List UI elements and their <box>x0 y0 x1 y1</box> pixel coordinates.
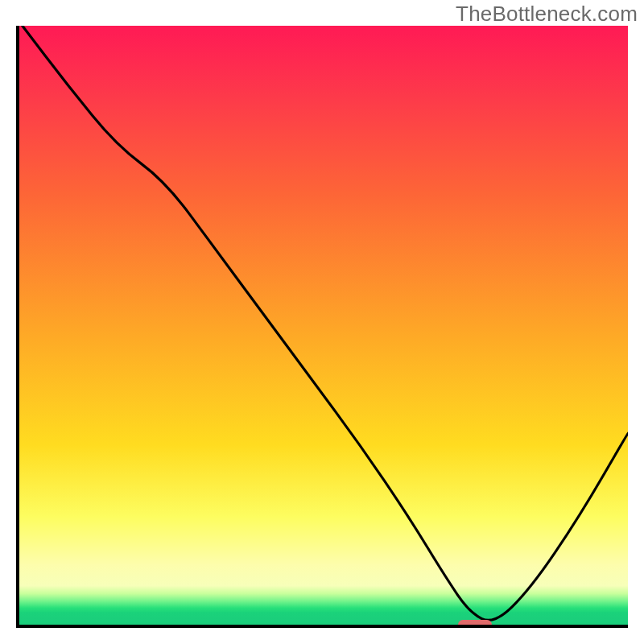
watermark-text: TheBottleneck.com <box>456 2 638 27</box>
chart-frame: TheBottleneck.com <box>0 0 644 644</box>
minimum-marker <box>458 620 493 628</box>
bottleneck-curve <box>23 26 628 620</box>
plot-area <box>16 26 628 628</box>
chart-svg <box>19 26 628 625</box>
